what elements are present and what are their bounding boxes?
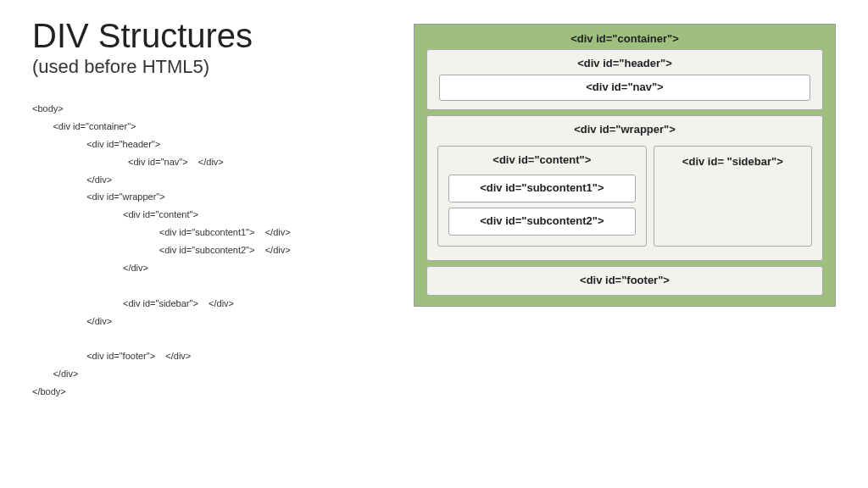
footer-label: <div id="footer"> bbox=[432, 272, 817, 290]
subcontent2-label: <div id="subcontent2"> bbox=[453, 213, 631, 230]
footer-box: <div id="footer"> bbox=[426, 266, 823, 296]
header-box: <div id="header"> <div id="nav"> bbox=[426, 49, 823, 110]
content-box: <div id="content"> <div id="subcontent1"… bbox=[437, 146, 647, 247]
page-title: DIV Structures bbox=[32, 17, 397, 54]
wrapper-row: <div id="content"> <div id="subcontent1"… bbox=[434, 139, 815, 255]
wrapper-box: <div id="wrapper"> <div id="content"> <d… bbox=[426, 115, 823, 261]
subcontent1-box: <div id="subcontent1"> bbox=[448, 175, 636, 202]
subcontent2-box: <div id="subcontent2"> bbox=[448, 208, 636, 236]
left-column: DIV Structures (used before HTML5) <body… bbox=[32, 17, 397, 401]
nav-box: <div id="nav"> bbox=[439, 75, 810, 101]
slide: DIV Structures (used before HTML5) <body… bbox=[0, 0, 868, 418]
code-block: <body> <div id="container"> <div id="hea… bbox=[32, 100, 397, 401]
layout-diagram: <div id="container"> <div id="header"> <… bbox=[414, 24, 836, 307]
content-label: <div id="content"> bbox=[445, 152, 639, 169]
wrapper-label: <div id="wrapper"> bbox=[434, 121, 815, 139]
sidebar-box: <div id= "sidebar"> bbox=[654, 146, 812, 247]
nav-label: <div id="nav"> bbox=[443, 79, 806, 97]
sidebar-label: <div id= "sidebar"> bbox=[661, 152, 804, 172]
header-label: <div id="header"> bbox=[434, 55, 815, 73]
subcontent1-label: <div id="subcontent1"> bbox=[453, 180, 631, 197]
right-column: <div id="container"> <div id="header"> <… bbox=[414, 17, 836, 401]
page-subtitle: (used before HTML5) bbox=[32, 56, 397, 78]
container-label: <div id="container"> bbox=[423, 31, 826, 47]
